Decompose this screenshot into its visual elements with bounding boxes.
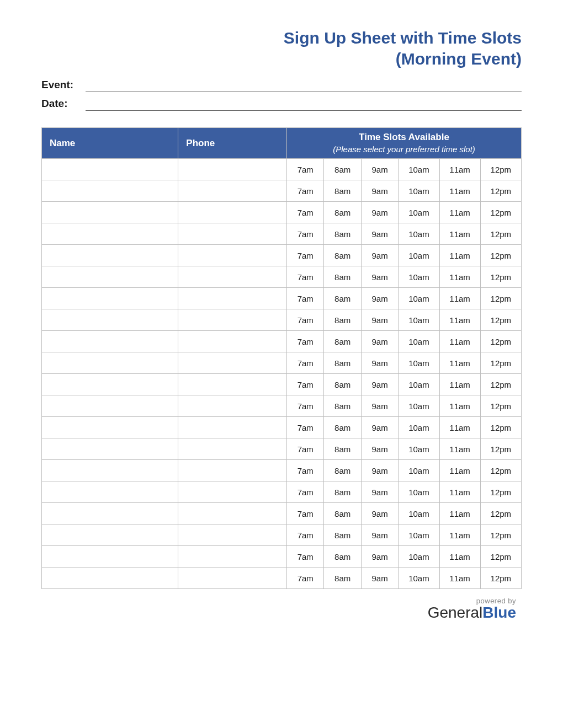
name-cell[interactable]	[42, 266, 178, 288]
time-slot-cell[interactable]: 10am	[399, 266, 439, 288]
time-slot-cell[interactable]: 9am	[361, 460, 398, 481]
time-slot-cell[interactable]: 8am	[324, 159, 361, 180]
time-slot-cell[interactable]: 10am	[399, 159, 439, 180]
time-slot-cell[interactable]: 8am	[324, 503, 361, 524]
time-slot-cell[interactable]: 9am	[361, 245, 398, 266]
time-slot-cell[interactable]: 12pm	[480, 180, 521, 202]
phone-cell[interactable]	[178, 460, 287, 481]
time-slot-cell[interactable]: 11am	[439, 309, 480, 331]
time-slot-cell[interactable]: 10am	[399, 374, 439, 395]
time-slot-cell[interactable]: 9am	[361, 503, 398, 524]
time-slot-cell[interactable]: 7am	[287, 546, 324, 568]
name-cell[interactable]	[42, 460, 178, 481]
phone-cell[interactable]	[178, 568, 287, 589]
time-slot-cell[interactable]: 8am	[324, 546, 361, 568]
time-slot-cell[interactable]: 7am	[287, 159, 324, 180]
time-slot-cell[interactable]: 8am	[324, 180, 361, 202]
time-slot-cell[interactable]: 8am	[324, 524, 361, 546]
time-slot-cell[interactable]: 10am	[399, 481, 439, 503]
time-slot-cell[interactable]: 7am	[287, 331, 324, 352]
time-slot-cell[interactable]: 11am	[439, 202, 480, 223]
time-slot-cell[interactable]: 11am	[439, 331, 480, 352]
time-slot-cell[interactable]: 12pm	[480, 524, 521, 546]
phone-cell[interactable]	[178, 438, 287, 460]
name-cell[interactable]	[42, 309, 178, 331]
name-cell[interactable]	[42, 352, 178, 374]
time-slot-cell[interactable]: 9am	[361, 438, 398, 460]
phone-cell[interactable]	[178, 352, 287, 374]
time-slot-cell[interactable]: 11am	[439, 288, 480, 309]
name-cell[interactable]	[42, 481, 178, 503]
time-slot-cell[interactable]: 12pm	[480, 546, 521, 568]
time-slot-cell[interactable]: 12pm	[480, 460, 521, 481]
name-cell[interactable]	[42, 395, 178, 417]
time-slot-cell[interactable]: 10am	[399, 202, 439, 223]
time-slot-cell[interactable]: 12pm	[480, 159, 521, 180]
time-slot-cell[interactable]: 7am	[287, 460, 324, 481]
time-slot-cell[interactable]: 9am	[361, 159, 398, 180]
name-cell[interactable]	[42, 159, 178, 180]
phone-cell[interactable]	[178, 524, 287, 546]
time-slot-cell[interactable]: 10am	[399, 288, 439, 309]
time-slot-cell[interactable]: 8am	[324, 352, 361, 374]
time-slot-cell[interactable]: 8am	[324, 417, 361, 438]
time-slot-cell[interactable]: 11am	[439, 374, 480, 395]
name-cell[interactable]	[42, 374, 178, 395]
name-cell[interactable]	[42, 546, 178, 568]
time-slot-cell[interactable]: 8am	[324, 266, 361, 288]
time-slot-cell[interactable]: 11am	[439, 503, 480, 524]
time-slot-cell[interactable]: 9am	[361, 524, 398, 546]
time-slot-cell[interactable]: 9am	[361, 309, 398, 331]
time-slot-cell[interactable]: 7am	[287, 202, 324, 223]
phone-cell[interactable]	[178, 202, 287, 223]
date-input-line[interactable]	[86, 98, 522, 111]
phone-cell[interactable]	[178, 481, 287, 503]
time-slot-cell[interactable]: 7am	[287, 245, 324, 266]
phone-cell[interactable]	[178, 159, 287, 180]
time-slot-cell[interactable]: 7am	[287, 266, 324, 288]
time-slot-cell[interactable]: 10am	[399, 309, 439, 331]
time-slot-cell[interactable]: 9am	[361, 266, 398, 288]
time-slot-cell[interactable]: 12pm	[480, 438, 521, 460]
phone-cell[interactable]	[178, 395, 287, 417]
time-slot-cell[interactable]: 7am	[287, 180, 324, 202]
time-slot-cell[interactable]: 12pm	[480, 309, 521, 331]
time-slot-cell[interactable]: 11am	[439, 245, 480, 266]
time-slot-cell[interactable]: 11am	[439, 481, 480, 503]
time-slot-cell[interactable]: 8am	[324, 395, 361, 417]
time-slot-cell[interactable]: 11am	[439, 460, 480, 481]
time-slot-cell[interactable]: 8am	[324, 202, 361, 223]
time-slot-cell[interactable]: 9am	[361, 395, 398, 417]
name-cell[interactable]	[42, 288, 178, 309]
time-slot-cell[interactable]: 9am	[361, 288, 398, 309]
time-slot-cell[interactable]: 10am	[399, 438, 439, 460]
name-cell[interactable]	[42, 568, 178, 589]
time-slot-cell[interactable]: 11am	[439, 438, 480, 460]
time-slot-cell[interactable]: 8am	[324, 481, 361, 503]
time-slot-cell[interactable]: 8am	[324, 245, 361, 266]
phone-cell[interactable]	[178, 546, 287, 568]
time-slot-cell[interactable]: 10am	[399, 417, 439, 438]
time-slot-cell[interactable]: 10am	[399, 245, 439, 266]
time-slot-cell[interactable]: 7am	[287, 524, 324, 546]
time-slot-cell[interactable]: 10am	[399, 568, 439, 589]
time-slot-cell[interactable]: 9am	[361, 180, 398, 202]
time-slot-cell[interactable]: 11am	[439, 524, 480, 546]
name-cell[interactable]	[42, 202, 178, 223]
time-slot-cell[interactable]: 8am	[324, 331, 361, 352]
name-cell[interactable]	[42, 331, 178, 352]
phone-cell[interactable]	[178, 374, 287, 395]
phone-cell[interactable]	[178, 503, 287, 524]
time-slot-cell[interactable]: 7am	[287, 309, 324, 331]
time-slot-cell[interactable]: 9am	[361, 331, 398, 352]
time-slot-cell[interactable]: 7am	[287, 568, 324, 589]
phone-cell[interactable]	[178, 180, 287, 202]
time-slot-cell[interactable]: 9am	[361, 568, 398, 589]
time-slot-cell[interactable]: 12pm	[480, 288, 521, 309]
time-slot-cell[interactable]: 8am	[324, 288, 361, 309]
time-slot-cell[interactable]: 12pm	[480, 374, 521, 395]
time-slot-cell[interactable]: 11am	[439, 266, 480, 288]
time-slot-cell[interactable]: 12pm	[480, 481, 521, 503]
name-cell[interactable]	[42, 245, 178, 266]
time-slot-cell[interactable]: 12pm	[480, 568, 521, 589]
